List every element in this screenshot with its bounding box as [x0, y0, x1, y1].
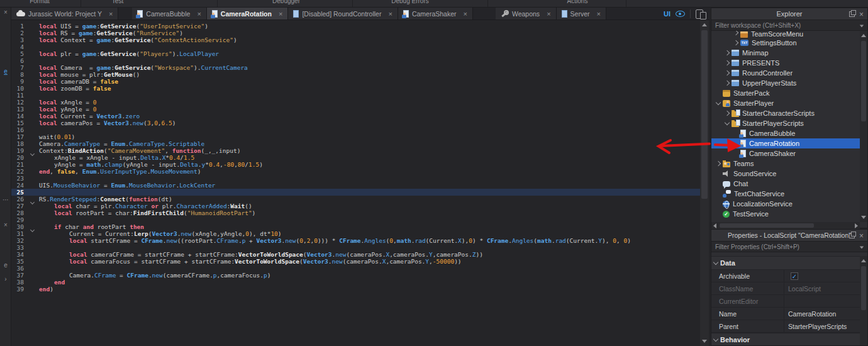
line-number[interactable]: 37 — [11, 272, 28, 279]
explorer-item-camerarotation[interactable]: CameraRotation — [711, 138, 860, 148]
code-line[interactable]: 3local Context = game:GetService("Contex… — [11, 36, 700, 43]
explorer-item-camerashaker[interactable]: CameraShaker — [711, 148, 860, 159]
code-line[interactable]: 17wait(0.01) — [11, 133, 700, 140]
dock-strip-item[interactable]: ⋯ — [0, 196, 11, 203]
properties-filter-input[interactable] — [711, 243, 867, 250]
line-number[interactable]: 38 — [11, 279, 28, 286]
ui-toggle-button[interactable]: UI — [664, 10, 670, 18]
line-number[interactable]: 20 — [11, 154, 28, 161]
code-line[interactable]: 5local plr = game:GetService("Players").… — [11, 50, 700, 57]
dock-strip-item[interactable]: e — [0, 68, 11, 75]
code-line[interactable]: 8local mouse = plr:GetMouse() — [11, 71, 700, 78]
line-number[interactable]: 22 — [11, 168, 28, 175]
filter-caret-icon[interactable] — [860, 247, 864, 249]
code-line[interactable]: 34local cameraCFrame = startCFrame + sta… — [11, 251, 700, 258]
code-line[interactable]: 26RS.RenderStepped:Connect(function(dt) — [11, 196, 700, 203]
scrollbar-thumb[interactable] — [701, 30, 708, 199]
line-number[interactable]: 21 — [11, 161, 28, 168]
tab-camerabubble[interactable]: CameraBubble× — [132, 8, 206, 20]
code-line[interactable]: 20xAngle = xAngle - input.Delta.X*0.4/1.… — [11, 154, 700, 161]
chevron-right-icon[interactable] — [732, 31, 740, 38]
explorer-item-starterplayer[interactable]: StarterPlayer — [711, 98, 860, 108]
chevron-down-icon[interactable] — [711, 335, 720, 345]
line-number[interactable]: 1 — [11, 23, 28, 30]
line-number[interactable]: 13 — [11, 106, 28, 113]
line-number[interactable]: 11 — [11, 92, 28, 99]
code-line[interactable]: 6 — [11, 57, 700, 64]
scroll-down-icon[interactable] — [861, 216, 866, 219]
code-line[interactable]: 38end — [11, 279, 700, 286]
explorer-item-starterplayerscripts[interactable]: StarterPlayerScripts — [711, 118, 860, 128]
scrollbar-thumb[interactable] — [861, 41, 866, 121]
explorer-item-teams[interactable]: Teams — [711, 159, 860, 169]
scroll-up-icon[interactable] — [861, 34, 866, 37]
line-number[interactable]: 17 — [11, 133, 28, 140]
code-line[interactable]: 23 — [11, 175, 700, 182]
explorer-vertical-scrollbar[interactable] — [860, 31, 867, 222]
line-number[interactable]: 3 — [11, 36, 28, 43]
line-number[interactable]: 25 — [11, 189, 28, 196]
property-value[interactable]: CameraRotation — [784, 310, 860, 318]
tab-weapons[interactable]: Weapons× — [496, 8, 557, 20]
code-line[interactable]: 9local cameraDB = false — [11, 78, 700, 85]
chevron-down-icon[interactable] — [714, 98, 723, 108]
code-line[interactable]: 25 — [11, 189, 700, 196]
dock-strip-item[interactable]: e — [0, 262, 11, 269]
undock-icon[interactable] — [849, 233, 855, 238]
line-number[interactable]: 16 — [11, 126, 28, 133]
explorer-filter-input[interactable] — [711, 22, 867, 29]
checkbox-checked[interactable]: ✓ — [791, 272, 798, 280]
line-number[interactable]: 15 — [11, 120, 28, 126]
explorer-item-localizationservice[interactable]: LocalizationService — [711, 199, 860, 209]
close-tab-icon[interactable]: × — [547, 10, 550, 18]
line-number[interactable]: 5 — [11, 50, 28, 57]
code-line[interactable]: 4 — [11, 43, 700, 50]
code-line[interactable]: 7local Camera = game:GetService("Workspa… — [11, 64, 700, 71]
close-tab-icon[interactable]: × — [464, 10, 467, 18]
section-header-data[interactable]: Data — [711, 256, 860, 270]
line-number[interactable]: 24 — [11, 182, 28, 189]
chevron-right-icon[interactable] — [723, 58, 732, 68]
explorer-item-camerabubble[interactable]: CameraBubble — [711, 128, 860, 138]
explorer-horizontal-scrollbar[interactable] — [711, 222, 860, 229]
dock-strip-item[interactable]: × — [0, 9, 11, 16]
explorer-item-upperplayerstats[interactable]: UpperPlayerStats — [711, 78, 860, 88]
code-line[interactable]: 29 — [11, 216, 700, 223]
code-line[interactable]: 15local cameraPos = Vector3.new(3,0,6.5) — [11, 120, 700, 126]
explorer-item-starterpack[interactable]: StarterPack — [711, 88, 860, 98]
chevron-right-icon[interactable] — [732, 38, 740, 48]
scroll-down-icon[interactable] — [702, 340, 707, 343]
property-value[interactable]: ✓ — [784, 272, 860, 280]
line-number[interactable]: 33 — [11, 244, 28, 251]
code-line[interactable]: 13local yAngle = 0 — [11, 106, 700, 113]
line-number[interactable]: 32 — [11, 237, 28, 244]
tab-server[interactable]: Server× — [557, 8, 606, 20]
chevron-right-icon[interactable] — [723, 48, 732, 58]
line-number[interactable]: 12 — [11, 99, 28, 106]
explorer-item-presents[interactable]: PRESENTS — [711, 58, 860, 68]
line-number[interactable]: 27 — [11, 203, 28, 209]
code-line[interactable]: 11 — [11, 92, 700, 99]
line-number[interactable]: 6 — [11, 57, 28, 64]
code-line[interactable]: 37Camera.CFrame = CFrame.new(cameraCFram… — [11, 272, 700, 279]
line-number[interactable]: 31 — [11, 230, 28, 237]
code-line[interactable]: 27local char = plr.Character or plr.Char… — [11, 203, 700, 209]
scrollbar-thumb[interactable] — [861, 266, 866, 310]
code-line[interactable]: 12local xAngle = 0 — [11, 99, 700, 106]
line-number[interactable]: 36 — [11, 265, 28, 272]
close-tab-icon[interactable]: × — [109, 10, 113, 18]
scroll-up-icon[interactable] — [702, 23, 707, 26]
line-number[interactable]: 9 — [11, 78, 28, 85]
code-line[interactable]: 10local zoomDB = false — [11, 85, 700, 92]
tab--disabled-roundcontroller[interactable]: [Disabled] RoundController× — [288, 8, 398, 20]
line-number[interactable]: 14 — [11, 113, 28, 120]
line-number[interactable]: 2 — [11, 30, 28, 36]
dock-strip-item[interactable]: › — [0, 276, 11, 282]
explorer-item-testservice[interactable]: TestService — [711, 209, 860, 219]
code-line[interactable]: 35local cameraFocus = startCFrame + star… — [11, 258, 700, 265]
property-value[interactable]: StarterPlayerScripts — [784, 323, 860, 330]
code-line[interactable]: 36 — [11, 265, 700, 272]
explorer-item-minimap[interactable]: Minimap — [711, 48, 860, 58]
line-number[interactable]: 35 — [11, 258, 28, 265]
code-line[interactable]: 18Camera.CameraType = Enum.CameraType.Sc… — [11, 140, 700, 147]
